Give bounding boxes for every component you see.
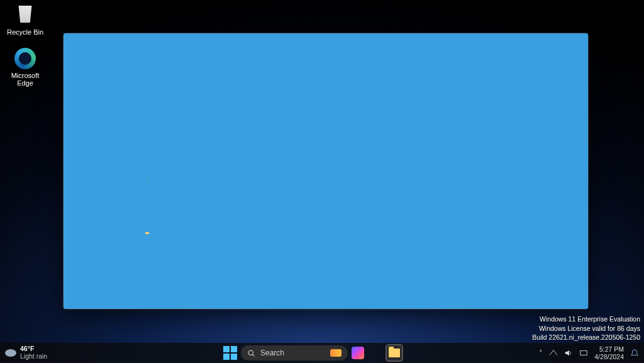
desktop-icons: Recycle Bin Microsoft Edge [3, 0, 47, 87]
desktop-icon-label: Microsoft Edge [3, 72, 47, 87]
search-icon [247, 349, 255, 357]
weather-condition: Light rain [20, 353, 47, 360]
network-icon[interactable] [549, 349, 558, 357]
folder-icon [389, 349, 400, 357]
weather-widget[interactable]: 46°F Light rain [5, 345, 47, 360]
cloud-icon [5, 349, 16, 357]
file-explorer-taskbar-button[interactable] [387, 345, 402, 360]
task-view-button[interactable] [368, 345, 383, 360]
edge-logo-icon [14, 48, 36, 69]
volume-icon[interactable] [564, 349, 573, 357]
recycle-bin-icon[interactable]: Recycle Bin [3, 0, 47, 36]
microsoft-edge-icon[interactable]: Microsoft Edge [3, 45, 47, 87]
system-tray[interactable]: ˄ 5:27 PM 4/28/2024 [539, 345, 639, 360]
file-row[interactable]: Desktop4/24/2024 6:14 PMFile folder [139, 140, 588, 154]
desktop-icon-label: Recycle Bin [3, 28, 47, 36]
tray-icon[interactable] [579, 349, 588, 357]
taskbar[interactable]: 46°F Light rain Search ˄ 5:27 PM 4/28/20… [0, 343, 644, 363]
microsoft-store-button[interactable] [406, 345, 421, 360]
file-list[interactable]: Contacts4/24/2024 6:14 PMFile folderDesk… [139, 125, 588, 295]
start-button[interactable] [223, 346, 237, 360]
notifications-button[interactable] [630, 349, 639, 357]
search-highlight-icon [330, 349, 341, 357]
svg-point-12 [248, 350, 253, 355]
file-list-pane: ▴Name Date modified Type Size Contacts4/… [139, 109, 588, 295]
tray-chevron-icon[interactable]: ˄ [539, 349, 543, 357]
clock[interactable]: 5:27 PM 4/28/2024 [594, 345, 624, 360]
activation-watermark: Windows 11 Enterprise Evaluation Windows… [532, 315, 640, 342]
taskbar-search[interactable]: Search [241, 345, 348, 360]
svg-rect-13 [580, 351, 587, 355]
file-explorer-window: Test ✕ ＋ — ✕ › This PC › Local Disk (C:)… [63, 33, 589, 310]
copilot-button[interactable] [352, 347, 364, 359]
desktop-icon [139, 143, 265, 152]
